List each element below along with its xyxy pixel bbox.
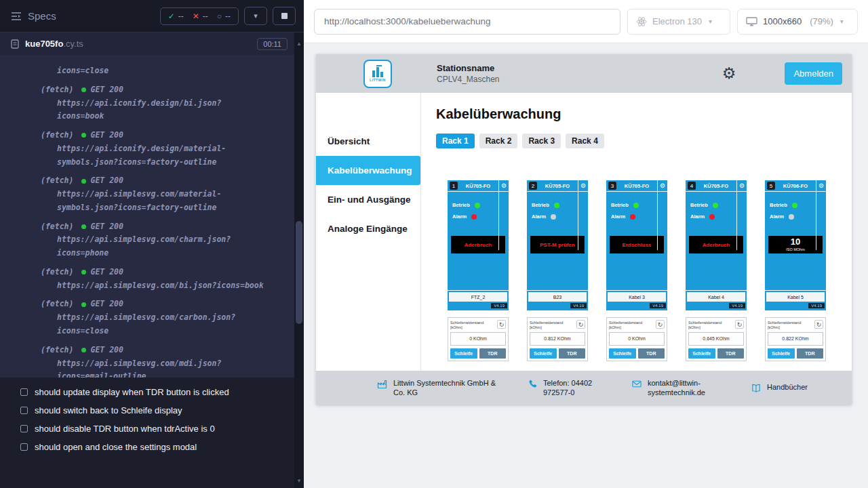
tab-rack-4[interactable]: Rack 4: [566, 134, 604, 148]
log-entry[interactable]: (fetch)GET 200 https://api.simplesvg.com…: [41, 344, 283, 378]
slot-number-badge: 1: [450, 182, 458, 190]
card-gear-icon[interactable]: ⚙: [578, 180, 588, 191]
footer-email[interactable]: kontakt@littwin-systemtechnik.de: [631, 378, 730, 398]
log-entry[interactable]: (fetch)GET 200 https://api.simplesvg.com…: [41, 298, 283, 338]
test-state-icon: [20, 407, 28, 414]
refresh-icon[interactable]: ↻: [497, 320, 506, 329]
browser-select[interactable]: Electron 130 ▾: [627, 9, 730, 35]
http-status: GET 200: [90, 220, 123, 234]
status-dot-icon: [81, 302, 86, 307]
tab-rack-1[interactable]: Rack 1: [436, 134, 475, 148]
schleife-button[interactable]: Schleife: [768, 348, 795, 359]
refresh-icon[interactable]: ↻: [576, 320, 585, 329]
test-item[interactable]: should switch back to Schleife display: [0, 401, 294, 420]
station-value: CPLV4_Maschen: [437, 75, 500, 84]
collapse-button[interactable]: ▾: [244, 7, 267, 25]
log-entry[interactable]: (fetch)GET 200 https://api.simplesvg.com…: [41, 220, 283, 260]
resistance-value: 0 KOhm: [450, 332, 506, 346]
specs-button[interactable]: Specs: [11, 10, 56, 22]
device-panel: 5 KÜ706-FO ⚙ Betrieb Alarm: [765, 180, 826, 310]
request-url: https://api.simplesvg.com/material-symbo…: [41, 188, 264, 215]
company-name: Littwin Systemtechnik GmbH & Co. KG: [393, 378, 507, 398]
schleife-button[interactable]: Schleife: [609, 348, 636, 359]
settings-gear-icon[interactable]: ⚙: [722, 66, 736, 81]
tdr-button[interactable]: TDR: [797, 348, 824, 359]
footer-phone: Telefon: 04402 972577-0: [528, 378, 611, 398]
device-panel: 3 KÜ705-FO ⚙ Betrieb Alarm Erdschlu: [606, 180, 667, 310]
resistance-value: 0 KOhm: [609, 332, 665, 346]
device-card: 3 KÜ705-FO ⚙ Betrieb Alarm Erdschlu: [606, 180, 667, 361]
schleife-button[interactable]: Schleife: [450, 348, 477, 359]
tab-rack-2[interactable]: Rack 2: [479, 134, 518, 148]
firmware-version: V4.19: [808, 303, 825, 308]
fetch-label: (fetch): [41, 129, 73, 142]
passed-count: --: [178, 12, 184, 21]
scrollbar-thumb[interactable]: [296, 221, 302, 324]
request-url: https://api.simplesvg.com/charm.json?ico…: [41, 233, 264, 260]
card-gear-icon[interactable]: ⚙: [498, 180, 509, 191]
test-item[interactable]: should update display when TDR button is…: [0, 383, 294, 401]
test-item[interactable]: should open and close the settings modal: [0, 438, 294, 456]
cable-name-field[interactable]: B23: [528, 292, 587, 302]
status-display: Aderbruch: [689, 236, 743, 253]
scroll-up-icon[interactable]: ▲: [294, 41, 304, 47]
tab-rack-3[interactable]: Rack 3: [522, 134, 561, 148]
cable-name-field[interactable]: FTZ_2: [449, 292, 507, 302]
refresh-icon[interactable]: ↻: [735, 320, 744, 329]
logout-button[interactable]: Abmelden: [785, 62, 842, 85]
schleife-button[interactable]: Schleife: [688, 348, 715, 359]
url-input[interactable]: http://localhost:3000/kabelueberwachung: [314, 9, 620, 35]
card-gear-icon[interactable]: ⚙: [736, 180, 747, 191]
test-item[interactable]: should disable TDR button when tdrActive…: [0, 420, 294, 438]
alarm-led: [471, 214, 477, 220]
tdr-button[interactable]: TDR: [717, 348, 745, 359]
betrieb-led: [792, 203, 797, 208]
iso-unit: ISO MOhm: [786, 247, 805, 251]
fetch-label: (fetch): [41, 266, 73, 279]
skyline-icon: [370, 65, 385, 77]
card-gear-icon[interactable]: ⚙: [657, 180, 667, 191]
test-state-icon: [20, 425, 28, 432]
viewport-select[interactable]: 1000x660 (79%) ▾: [737, 9, 858, 35]
http-status: GET 200: [90, 344, 123, 357]
resistance-label: Schleifenwiderstand [kOhm]: [768, 320, 813, 330]
cable-name-field[interactable]: Kabel 3: [608, 292, 666, 302]
footer-manuals-link[interactable]: Handbücher: [751, 382, 808, 393]
tdr-button[interactable]: TDR: [479, 348, 507, 359]
stop-icon: [281, 13, 288, 19]
footer-company[interactable]: Littwin Systemtechnik GmbH & Co. KG: [377, 378, 507, 398]
stat-failed: ✕--: [193, 12, 208, 21]
log-entry[interactable]: (fetch)GET 200 https://api.simplesvg.com…: [41, 174, 283, 214]
log-entry[interactable]: (fetch)GET 200 https://api.iconify.desig…: [41, 83, 283, 123]
brand-text: LITTWIN: [370, 78, 386, 82]
tdr-button[interactable]: TDR: [638, 348, 665, 359]
log-entry[interactable]: (fetch)GET 200 https://api.iconify.desig…: [41, 129, 283, 169]
sidebar-item-kabelueberwachung[interactable]: Kabelüberwachung: [316, 156, 420, 185]
sidebar-item-uebersicht[interactable]: Übersicht: [316, 127, 420, 156]
resistance-panel: Schleifenwiderstand [kOhm] ↻ 0 KOhm Schl…: [448, 317, 509, 361]
stop-run-button[interactable]: [273, 7, 296, 25]
cable-name-field[interactable]: Kabel 4: [687, 292, 745, 302]
resistance-label: Schleifenwiderstand [kOhm]: [609, 320, 654, 330]
runner-scrollbar[interactable]: ▲ ▼: [294, 33, 304, 488]
log-entry[interactable]: (fetch)GET 200 https://api.simplesvg.com…: [41, 266, 283, 293]
sidebar-item-ein-und-ausgaenge[interactable]: Ein- und Ausgänge: [316, 185, 420, 214]
status-dot-icon: [81, 224, 86, 229]
device-panel: 1 KÜ705-FO ⚙ Betrieb Alarm Aderbruc: [448, 180, 509, 310]
test-state-icon: [20, 388, 28, 396]
firmware-version: V4.19: [570, 303, 587, 308]
request-url: https://api.simplesvg.com/carbon.json?ic…: [41, 311, 264, 338]
sidebar-item-analoge-eingaenge[interactable]: Analoge Eingänge: [316, 214, 420, 243]
schleife-button[interactable]: Schleife: [530, 348, 557, 359]
refresh-icon[interactable]: ↻: [814, 320, 823, 329]
request-url: https://api.iconify.design/bi.json?icons…: [41, 97, 264, 124]
scroll-down-icon[interactable]: ▼: [294, 478, 304, 484]
iso-value: 10: [791, 237, 800, 247]
cable-name-field[interactable]: Kabel 5: [766, 292, 825, 302]
spec-header[interactable]: kue705fo .cy.ts 00:11: [0, 33, 294, 55]
card-gear-icon[interactable]: ⚙: [816, 180, 826, 191]
refresh-icon[interactable]: ↻: [656, 320, 665, 329]
tdr-button[interactable]: TDR: [559, 348, 586, 359]
betrieb-label: Betrieb: [452, 202, 470, 208]
alarm-led: [709, 214, 715, 220]
